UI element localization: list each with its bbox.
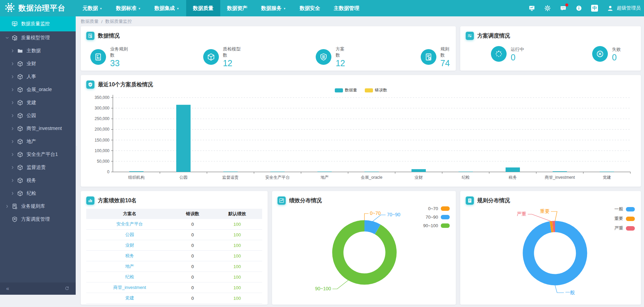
qc-bar-chart[interactable]: 350,000300,000250,000200,000150,000100,0… (86, 91, 635, 182)
legend-item-90~100[interactable]: 90~100 (423, 223, 450, 228)
scheme-name-link[interactable]: 纪检 (86, 272, 173, 282)
donut-label-一般: 一般 (565, 290, 575, 295)
rule-donut-chart[interactable]: 重要严重一般 (466, 205, 635, 298)
scheme-name-link[interactable]: 业财 (86, 240, 173, 251)
default-score: 100 (212, 251, 262, 261)
nav-item-元数据[interactable]: 元数据▼ (76, 0, 109, 16)
sidebar-item-业务规则库[interactable]: 业务规则库 (0, 200, 76, 213)
legend-swatch (626, 207, 635, 211)
bar-组织机构 (129, 171, 144, 172)
legend-item-一般[interactable]: 一般 (614, 206, 635, 212)
sidebar-item-label: 党建 (27, 100, 36, 106)
table-row: 安全生产平台 0 100 (86, 219, 262, 230)
sidebar-item-税务[interactable]: 税务 (0, 174, 76, 187)
sidebar-item-主数据[interactable]: 主数据 (0, 44, 76, 57)
scheme-name-link[interactable]: 党建 (86, 293, 173, 304)
scheme-name-link[interactable]: 地产 (86, 261, 173, 272)
monitor-chart-icon[interactable] (528, 4, 536, 12)
svg-text:安全生产平台: 安全生产平台 (265, 175, 290, 180)
sidebar-item-地产[interactable]: 地产 (0, 135, 76, 148)
sidebar-item-党建[interactable]: 党建 (0, 96, 76, 109)
sidebar-item-方案调度管理[interactable]: 方案调度管理 (0, 213, 76, 226)
table-header-默认绩效: 默认绩效 (212, 209, 262, 219)
breadcrumb-item[interactable]: 数据质量 (81, 18, 99, 25)
nav-item-数据集成[interactable]: 数据集成▼ (148, 0, 186, 16)
doc-gear-icon (421, 49, 436, 65)
legend-item-严重[interactable]: 严重 (614, 225, 635, 231)
card-title-data-overview: 数据情况 (98, 32, 120, 40)
sidebar-menu: 数据质量监控质量模型管理主数据业财人事会展_oracle党建公园商管_inves… (0, 16, 76, 226)
cube-icon (17, 61, 23, 67)
legend-item-错误数[interactable]: 错误数 (365, 87, 387, 93)
nav-item-数据资产[interactable]: 数据资产 (220, 0, 254, 16)
sidebar-item-数据质量监控[interactable]: 数据质量监控 (0, 16, 76, 31)
nav-item-主数据管理[interactable]: 主数据管理 (327, 0, 366, 16)
rulebook-icon (12, 203, 18, 209)
sidebar-item-监督追责[interactable]: 监督追责 (0, 161, 76, 174)
top-menu: 元数据▼数据标准▼数据集成▼数据质量数据资产数据服务▼数据安全主数据管理 (76, 0, 366, 16)
scheme-name-link[interactable]: 安全生产平台 (86, 219, 173, 230)
svg-text:公园: 公园 (179, 175, 188, 180)
sidebar-item-label: 税务 (27, 177, 36, 184)
svg-text:150,000: 150,000 (95, 138, 110, 143)
sidebar-item-纪检[interactable]: 纪检 (0, 187, 76, 200)
legend-item-数据量[interactable]: 数据量 (335, 87, 357, 93)
scheme-name-link[interactable]: 税务 (86, 251, 173, 261)
scheme-name-link[interactable]: 公园 (86, 230, 173, 240)
svg-text:业财: 业财 (415, 175, 423, 180)
sidebar-item-安全生产平台1[interactable]: 安全生产平台1 (0, 148, 76, 161)
refresh-icon[interactable] (64, 286, 70, 292)
sidebar-item-人事[interactable]: 人事 (0, 70, 76, 83)
chevron-down-icon: ▼ (283, 7, 286, 10)
legend-item-0~70[interactable]: 0~70 (423, 206, 450, 211)
stat-方案数: 方案数 12 (316, 46, 345, 68)
svg-text:会展_oracle: 会展_oracle (361, 175, 383, 180)
legend-swatch (335, 88, 343, 92)
card-title-top10: 方案绩效前10名 (98, 197, 137, 204)
table-row: 会展_oracle 0 100 (86, 304, 262, 305)
cube-icon (17, 190, 23, 196)
sidebar-item-业财[interactable]: 业财 (0, 57, 76, 70)
nav-item-数据标准[interactable]: 数据标准▼ (109, 0, 148, 16)
error-count: 0 (173, 251, 212, 261)
error-count: 0 (173, 219, 212, 230)
legend-label: 70~90 (425, 215, 438, 220)
chevron-right-icon (10, 48, 15, 53)
legend-item-重要[interactable]: 重要 (614, 216, 635, 222)
scheme-name-link[interactable]: 会展_oracle (86, 304, 173, 305)
collapse-sidebar-icon[interactable]: « (6, 286, 9, 292)
sidebar-resize-handle[interactable]: ⋮ (74, 147, 77, 156)
chevron-right-icon (10, 87, 15, 92)
stat-label: 业务规则数 (110, 46, 128, 58)
legend-item-70~90[interactable]: 70~90 (423, 215, 450, 220)
nav-item-数据质量[interactable]: 数据质量 (186, 0, 220, 16)
nav-item-数据服务[interactable]: 数据服务▼ (254, 0, 293, 16)
nav-item-数据安全[interactable]: 数据安全 (293, 0, 327, 16)
stat-label: 失败 (612, 46, 621, 53)
bar-业财 (411, 169, 426, 172)
top-navigation-bar: 数据治理平台 元数据▼数据标准▼数据集成▼数据质量数据资产数据服务▼数据安全主数… (0, 0, 644, 16)
scheme-name-link[interactable]: 商管_investment (86, 282, 173, 293)
error-count: 0 (173, 272, 212, 282)
info-icon[interactable] (575, 4, 583, 12)
language-icon[interactable]: 中 (591, 4, 598, 12)
sidebar-item-质量模型管理[interactable]: 质量模型管理 (0, 31, 76, 44)
sidebar-item-label: 商管_investment (27, 126, 62, 132)
legend-swatch (365, 88, 373, 92)
stat-失败: 失败 0 (592, 46, 621, 62)
gear-icon[interactable] (544, 4, 551, 12)
error-count: 0 (173, 240, 212, 251)
sidebar-item-商管_investment[interactable]: 商管_investment (0, 122, 76, 135)
message-icon[interactable] (559, 4, 567, 12)
bar-纪检 (459, 172, 473, 172)
user-menu[interactable]: 超级管理员 (606, 4, 641, 12)
cube-icon (17, 138, 23, 145)
sidebar-item-label: 公园 (27, 113, 36, 119)
error-count: 0 (173, 261, 212, 272)
table-row: 商管_investment 0 100 (86, 282, 262, 293)
sidebar-item-会展_oracle[interactable]: 会展_oracle (0, 83, 76, 96)
chevron-right-icon (5, 204, 10, 209)
cube-icon (17, 100, 23, 106)
stat-label: 规则数 (440, 46, 450, 58)
sidebar-item-公园[interactable]: 公园 (0, 109, 76, 122)
